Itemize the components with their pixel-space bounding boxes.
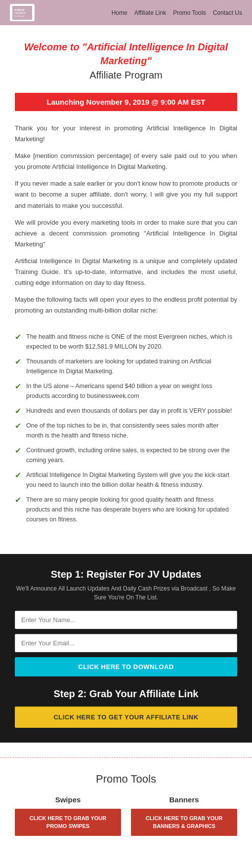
download-button[interactable]: CLICK HERE TO DOWNLOAD [15, 657, 237, 676]
affiliate-link-button[interactable]: CLICK HERE TO GET YOUR AFFILIATE LINK [15, 707, 237, 728]
list-item: ✔ The health and fitness niche is ONE of… [15, 332, 237, 352]
hero-title: Welcome to "Artificial Intelligence In D… [15, 40, 237, 68]
checklist-section: ✔ The health and fitness niche is ONE of… [0, 332, 252, 539]
list-item: ✔ Artificial Intelligence In Digital Mar… [15, 470, 237, 490]
promo-title: Promo Tools [15, 773, 237, 786]
check-icon: ✔ [15, 332, 21, 342]
svg-text:Intelligence: Intelligence [14, 12, 26, 14]
list-item: ✔ There are so many people looking for g… [15, 495, 237, 524]
hero-welcome: Welcome to [24, 41, 82, 52]
content-p2: Make [mention commission percentage] of … [15, 151, 237, 172]
check-icon: ✔ [15, 446, 21, 455]
hero-section: Welcome to "Artificial Intelligence In D… [0, 25, 252, 86]
header: Artificial Intelligence For Fitness Home… [0, 0, 252, 25]
check-icon: ✔ [15, 406, 21, 416]
content-p6: Maybe the following facts will open your… [15, 294, 237, 316]
logo: Artificial Intelligence For Fitness [10, 4, 35, 21]
list-item: ✔ In the US alone – Americans spend $40 … [15, 381, 237, 401]
email-input[interactable] [15, 634, 237, 652]
logo-icon: Artificial Intelligence For Fitness [10, 4, 35, 21]
swipes-button[interactable]: CLICK HERE TO GRAB YOUR PROMO SWIPES [15, 809, 121, 836]
list-item: ✔ One of the top niches to be in, that c… [15, 421, 237, 440]
list-item: ✔ Thousands of marketers are looking for… [15, 356, 237, 376]
name-input[interactable] [15, 611, 237, 629]
banners-col: Banners CLICK HERE TO GRAB YOUR BANNERS … [131, 795, 237, 836]
step1-title: Step 1: Register For JV Updates [15, 569, 237, 580]
check-icon: ✔ [15, 471, 21, 480]
promo-section: Promo Tools Swipes CLICK HERE TO GRAB YO… [0, 758, 252, 851]
content-p4: We will provide you every marketing tool… [15, 217, 237, 250]
nav-contact[interactable]: Contact Us [213, 9, 242, 16]
check-icon: ✔ [15, 421, 21, 431]
list-item: ✔ Continued growth, including online sal… [15, 445, 237, 465]
nav-promo[interactable]: Promo Tools [173, 9, 206, 16]
promo-cols: Swipes CLICK HERE TO GRAB YOUR PROMO SWI… [15, 795, 237, 836]
nav-home[interactable]: Home [112, 9, 127, 16]
nav-affiliate[interactable]: Affiliate Link [134, 9, 166, 16]
check-icon: ✔ [15, 357, 21, 366]
svg-text:For Fitness: For Fitness [14, 15, 24, 17]
check-icon: ✔ [15, 382, 21, 391]
content-p3: If you never made a sale earlier or you … [15, 178, 237, 211]
swipes-title: Swipes [15, 795, 121, 804]
header-nav: Home Affiliate Link Promo Tools Contact … [112, 9, 242, 16]
jv-section: Step 1: Register For JV Updates We'll An… [0, 554, 252, 743]
check-icon: ✔ [15, 495, 21, 505]
step1-subtitle: We'll Announce All Launch Updates And Da… [15, 584, 237, 602]
content-p1: Thank you for your interest in promoting… [15, 123, 237, 145]
step2-title: Step 2: Grab Your Affiliate Link [15, 688, 237, 700]
svg-text:Artificial: Artificial [14, 8, 25, 11]
banners-button[interactable]: CLICK HERE TO GRAB YOUR BANNERS & GRAPHI… [131, 809, 237, 836]
hero-subtitle: Affiliate Program [15, 70, 237, 81]
swipes-col: Swipes CLICK HERE TO GRAB YOUR PROMO SWI… [15, 795, 121, 836]
content-section: Thank you for your interest in promoting… [0, 118, 252, 332]
banners-title: Banners [131, 795, 237, 804]
launch-bar: Launching November 9, 2019 @ 9:00 AM EST [15, 93, 237, 111]
list-item: ✔ Hundreds and even thousands of dollars… [15, 406, 237, 416]
content-p5: Artificial Intelligence In Digital Marke… [15, 256, 237, 288]
hero-title-highlight: "Artificial Intelligence In Digital Mark… [82, 41, 228, 66]
